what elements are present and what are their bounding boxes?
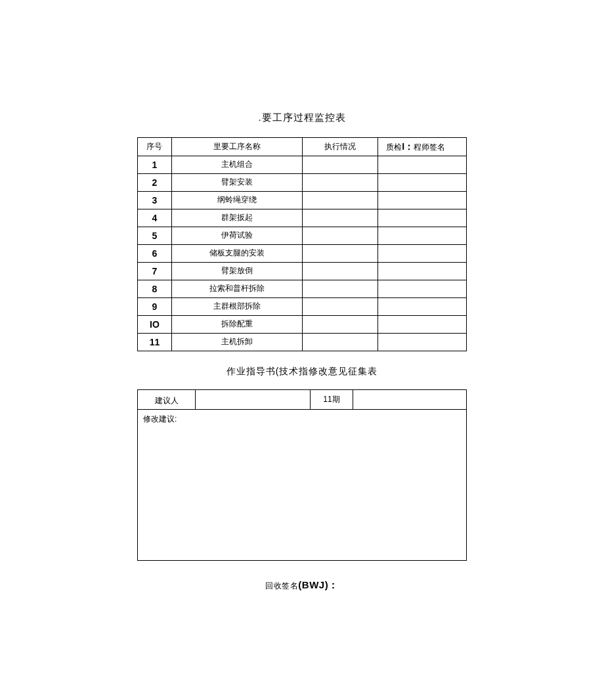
table-row: 3 纲蛉绳穿绕 bbox=[138, 192, 467, 209]
table-row: 9 主群根部拆除 bbox=[138, 298, 467, 316]
header-seq: 序号 bbox=[138, 138, 172, 156]
row-num: 2 bbox=[138, 174, 172, 192]
row-name: 拉索和普杆拆除 bbox=[171, 280, 303, 298]
row-num: 4 bbox=[138, 209, 172, 227]
feedback-content-row: 修改建议: bbox=[138, 410, 467, 561]
header-exec: 执行情况 bbox=[303, 138, 378, 156]
table-row: 2 臂架安装 bbox=[138, 174, 467, 192]
row-exec[interactable] bbox=[303, 209, 378, 227]
row-exec[interactable] bbox=[303, 245, 378, 263]
row-num: 6 bbox=[138, 245, 172, 263]
header-period: 11期 bbox=[311, 390, 353, 410]
header-sign: 质检I：程师签名 bbox=[378, 138, 467, 156]
row-sign[interactable] bbox=[378, 156, 467, 174]
row-exec[interactable] bbox=[303, 156, 378, 174]
period-field[interactable] bbox=[353, 390, 467, 410]
row-sign[interactable] bbox=[378, 245, 467, 263]
content-label: 修改建议: bbox=[143, 414, 177, 424]
suggestion-content-cell[interactable]: 修改建议: bbox=[138, 410, 467, 561]
row-exec[interactable] bbox=[303, 263, 378, 280]
feedback-header-row: 建议人 11期 bbox=[138, 390, 467, 410]
process-monitoring-table: 序号 里要工序名称 执行情况 质检I：程师签名 1 主机组合 2 臂架安装 bbox=[137, 137, 467, 351]
row-exec[interactable] bbox=[303, 174, 378, 192]
row-sign[interactable] bbox=[378, 227, 467, 245]
row-num: 3 bbox=[138, 192, 172, 209]
row-name: 主机组合 bbox=[171, 156, 303, 174]
row-name: 拆除配重 bbox=[171, 316, 303, 334]
row-sign[interactable] bbox=[378, 334, 467, 351]
suggester-field[interactable] bbox=[196, 390, 311, 410]
row-exec[interactable] bbox=[303, 334, 378, 351]
row-name: 臂架安装 bbox=[171, 174, 303, 192]
table-header-row: 序号 里要工序名称 执行情况 质检I：程师签名 bbox=[138, 138, 467, 156]
table-row: 5 伊荷试验 bbox=[138, 227, 467, 245]
header-name: 里要工序名称 bbox=[171, 138, 303, 156]
row-sign[interactable] bbox=[378, 280, 467, 298]
row-name: 臂架放倒 bbox=[171, 263, 303, 280]
row-exec[interactable] bbox=[303, 298, 378, 316]
feedback-table-title: 作业指导书(技术指修改意见征集表 bbox=[92, 366, 512, 378]
table-row: 4 群架扳起 bbox=[138, 209, 467, 227]
row-sign[interactable] bbox=[378, 174, 467, 192]
feedback-table: 建议人 11期 修改建议: bbox=[137, 389, 467, 561]
row-num: 7 bbox=[138, 263, 172, 280]
row-num: 1 bbox=[138, 156, 172, 174]
row-num: 5 bbox=[138, 227, 172, 245]
table-row: 6 储板支腿的安装 bbox=[138, 245, 467, 263]
row-sign[interactable] bbox=[378, 192, 467, 209]
monitoring-table-title: .要工序过程监控表 bbox=[92, 112, 512, 124]
row-num: 9 bbox=[138, 298, 172, 316]
row-name: 储板支腿的安装 bbox=[171, 245, 303, 263]
row-num: 11 bbox=[138, 334, 172, 351]
row-name: 主群根部拆除 bbox=[171, 298, 303, 316]
row-num: 8 bbox=[138, 280, 172, 298]
row-exec[interactable] bbox=[303, 280, 378, 298]
row-sign[interactable] bbox=[378, 298, 467, 316]
sig-prefix: 回收签名 bbox=[265, 581, 298, 590]
table-row: 7 臂架放倒 bbox=[138, 263, 467, 280]
row-exec[interactable] bbox=[303, 192, 378, 209]
row-name: 群架扳起 bbox=[171, 209, 303, 227]
row-num: IO bbox=[138, 316, 172, 334]
table-row: 11 主机拆卸 bbox=[138, 334, 467, 351]
sign-suffix: 程师签名 bbox=[414, 142, 445, 152]
row-name: 主机拆卸 bbox=[171, 334, 303, 351]
sign-i: I： bbox=[402, 141, 414, 152]
row-name: 纲蛉绳穿绕 bbox=[171, 192, 303, 209]
signature-line: 回收签名(BWJ)： bbox=[92, 579, 512, 592]
row-sign[interactable] bbox=[378, 263, 467, 280]
table-row: 1 主机组合 bbox=[138, 156, 467, 174]
row-name: 伊荷试验 bbox=[171, 227, 303, 245]
header-suggester: 建议人 bbox=[138, 390, 196, 410]
sig-bwj: (BWJ)： bbox=[298, 579, 338, 590]
row-exec[interactable] bbox=[303, 316, 378, 334]
sign-prefix: 质检 bbox=[386, 142, 402, 152]
table-row: IO 拆除配重 bbox=[138, 316, 467, 334]
row-exec[interactable] bbox=[303, 227, 378, 245]
table-row: 8 拉索和普杆拆除 bbox=[138, 280, 467, 298]
row-sign[interactable] bbox=[378, 209, 467, 227]
row-sign[interactable] bbox=[378, 316, 467, 334]
